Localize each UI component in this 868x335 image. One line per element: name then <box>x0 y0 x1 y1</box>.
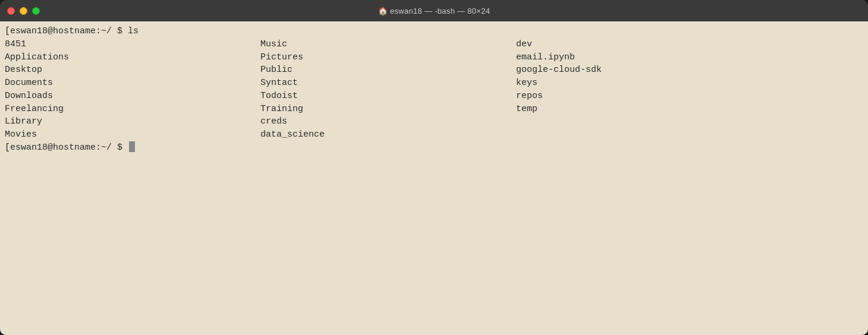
prompt-text: [eswan18@hostname:~/ $ ls <box>5 25 139 38</box>
list-item: Training <box>260 103 516 116</box>
list-item: Freelancing <box>5 103 260 116</box>
window-title: 🏠 eswan18 — -bash — 80×24 <box>378 7 490 15</box>
list-item: Music <box>260 38 516 51</box>
list-item: google-cloud-sdk <box>516 64 772 77</box>
list-item: Todoist <box>260 90 516 103</box>
list-item: Desktop <box>5 64 260 77</box>
command-line: [eswan18@hostname:~/ $ ls <box>5 25 863 38</box>
ls-column-1: 8451 Applications Desktop Documents Down… <box>5 38 260 141</box>
list-item: Movies <box>5 128 260 141</box>
list-item: dev <box>516 38 772 51</box>
cursor <box>129 141 135 152</box>
list-item: Library <box>5 115 260 128</box>
list-item: keys <box>516 77 772 90</box>
prompt-text-2: [eswan18@hostname:~/ $ <box>5 141 128 154</box>
ls-column-3: dev email.ipynb google-cloud-sdk keys re… <box>516 38 772 141</box>
list-item: temp <box>516 103 772 116</box>
list-item: creds <box>260 115 516 128</box>
list-item: 8451 <box>5 38 260 51</box>
list-item: Downloads <box>5 90 260 103</box>
terminal-body[interactable]: [eswan18@hostname:~/ $ ls 8451 Applicati… <box>0 21 868 335</box>
list-item: Applications <box>5 51 260 64</box>
list-item: email.ipynb <box>516 51 772 64</box>
title-bar: 🏠 eswan18 — -bash — 80×24 <box>0 0 868 21</box>
list-item: Pictures <box>260 51 516 64</box>
traffic-lights <box>7 7 40 15</box>
list-item: repos <box>516 90 772 103</box>
minimize-button[interactable] <box>20 7 27 15</box>
ls-column-2: Music Pictures Public Syntact Todoist Tr… <box>260 38 516 141</box>
list-item: Public <box>260 64 516 77</box>
terminal-window: 🏠 eswan18 — -bash — 80×24 [eswan18@hostn… <box>0 0 868 335</box>
close-button[interactable] <box>7 7 15 15</box>
maximize-button[interactable] <box>32 7 40 15</box>
list-item: Documents <box>5 77 260 90</box>
list-item: data_science <box>260 128 516 141</box>
ls-output: 8451 Applications Desktop Documents Down… <box>5 38 863 141</box>
list-item: Syntact <box>260 77 516 90</box>
prompt-line: [eswan18@hostname:~/ $ <box>5 141 863 154</box>
